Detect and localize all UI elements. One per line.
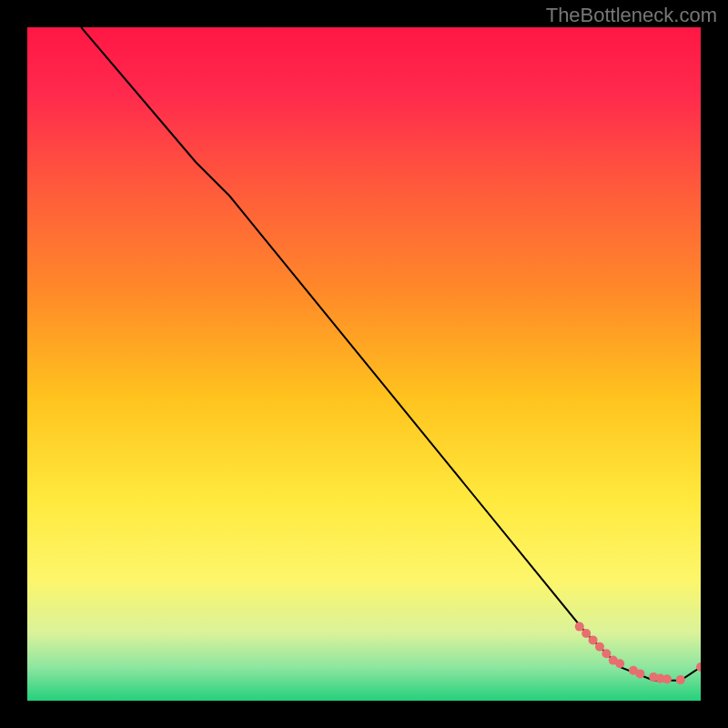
chart-marker [589,635,598,644]
chart-marker [581,629,591,638]
chart-marker [602,649,611,658]
chart-marker [615,659,624,668]
chart-svg [27,27,701,701]
watermark-text: TheBottleneck.com [546,4,717,27]
chart-marker [676,675,685,684]
chart-background [27,27,701,701]
chart-marker [635,669,644,678]
chart-plot-area [27,27,701,701]
chart-marker [662,674,672,683]
chart-marker [595,642,604,652]
chart-marker [575,622,584,632]
